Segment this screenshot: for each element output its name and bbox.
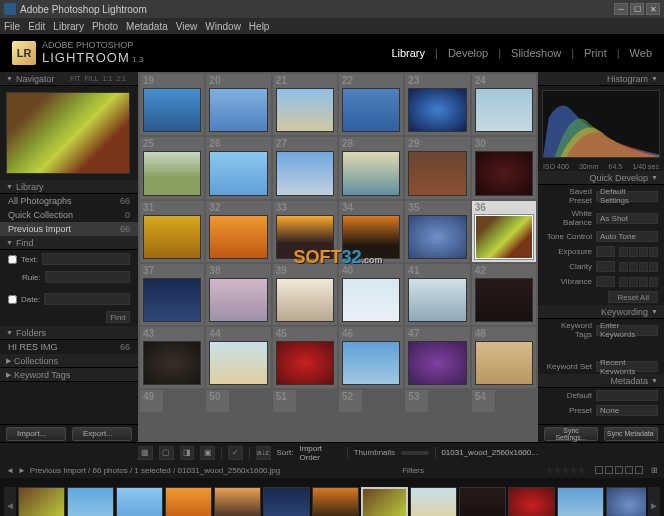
survey-view-icon[interactable]: ▣ bbox=[200, 446, 215, 460]
library-item[interactable]: Quick Collection0 bbox=[0, 208, 138, 222]
minimize-button[interactable]: ─ bbox=[614, 3, 628, 15]
grid-cell[interactable]: 42 bbox=[472, 264, 536, 325]
grid-cell[interactable]: 27 bbox=[273, 137, 337, 198]
module-develop[interactable]: Develop bbox=[448, 47, 488, 59]
grid-cell[interactable]: 43 bbox=[140, 327, 204, 388]
loupe-view-icon[interactable]: ▢ bbox=[159, 446, 174, 460]
keyword-set-select[interactable]: Recent Keywords bbox=[596, 361, 658, 372]
qd-white-balance[interactable]: As Shot bbox=[596, 213, 658, 224]
menu-photo[interactable]: Photo bbox=[92, 21, 118, 32]
qd-vibrance[interactable] bbox=[596, 276, 615, 287]
painter-icon[interactable]: ✓ bbox=[228, 446, 243, 460]
library-item[interactable]: Previous Import66 bbox=[0, 222, 138, 236]
filter-stars[interactable]: ☆☆☆☆☆ bbox=[546, 466, 585, 475]
filmstrip-thumb[interactable] bbox=[606, 487, 646, 516]
grid-cell[interactable]: 29 bbox=[405, 137, 469, 198]
grid-cell[interactable]: 31 bbox=[140, 201, 204, 262]
filmstrip-thumb[interactable] bbox=[116, 487, 163, 516]
nav-zoom-2:1[interactable]: 2:1 bbox=[116, 75, 126, 82]
grid-cell[interactable]: 45 bbox=[273, 327, 337, 388]
filmstrip-thumb[interactable] bbox=[508, 487, 555, 516]
grid-cell[interactable]: 52 bbox=[339, 390, 362, 412]
keyword-tags-input[interactable]: Enter Keywords bbox=[596, 325, 658, 336]
filmstrip[interactable]: ◄ ► bbox=[0, 478, 664, 516]
folders-header[interactable]: ▼Folders bbox=[0, 326, 138, 340]
qd-clarity[interactable] bbox=[596, 261, 615, 272]
metadata-default[interactable] bbox=[596, 390, 658, 401]
qd-tone-control[interactable]: Auto Tone bbox=[596, 231, 658, 242]
grid-cell[interactable]: 21 bbox=[273, 74, 337, 135]
grid-cell[interactable]: 20 bbox=[206, 74, 270, 135]
find-button[interactable]: Find bbox=[106, 311, 130, 323]
grid-cell[interactable]: 36 bbox=[472, 201, 536, 262]
close-button[interactable]: ✕ bbox=[646, 3, 660, 15]
quickdev-header[interactable]: Quick Develop▼ bbox=[538, 171, 664, 185]
keywordtags-header[interactable]: ▶Keyword Tags bbox=[0, 368, 138, 382]
metadata-header[interactable]: Metadata▼ bbox=[538, 374, 664, 388]
module-library[interactable]: Library bbox=[391, 47, 425, 59]
sync-metadata-button[interactable]: Sync Metadata bbox=[604, 427, 658, 441]
filmstrip-thumb[interactable] bbox=[312, 487, 359, 516]
grid-cell[interactable]: 41 bbox=[405, 264, 469, 325]
menu-view[interactable]: View bbox=[176, 21, 198, 32]
navigator-preview[interactable] bbox=[0, 86, 138, 180]
sync-settings-button[interactable]: Sync Settings... bbox=[544, 427, 598, 441]
library-header[interactable]: ▼Library bbox=[0, 180, 138, 194]
grid-view-icon[interactable]: ▦ bbox=[138, 446, 153, 460]
find-date-input[interactable] bbox=[44, 293, 130, 305]
filmstrip-thumb[interactable] bbox=[165, 487, 212, 516]
find-rule-select[interactable] bbox=[45, 271, 130, 283]
grid-cell[interactable]: 47 bbox=[405, 327, 469, 388]
qd-saved-preset[interactable]: Default Settings bbox=[596, 191, 658, 202]
filmstrip-thumb[interactable] bbox=[410, 487, 457, 516]
grid-cell[interactable]: 33 bbox=[273, 201, 337, 262]
sort-direction-icon[interactable]: a↓z bbox=[256, 446, 271, 460]
menu-library[interactable]: Library bbox=[53, 21, 84, 32]
nav-back-icon[interactable]: ◄ bbox=[6, 466, 14, 475]
grid-cell[interactable]: 49 bbox=[140, 390, 163, 412]
menu-help[interactable]: Help bbox=[249, 21, 270, 32]
navigator-header[interactable]: ▼NavigatorFITFILL1:12:1 bbox=[0, 72, 138, 86]
grid-cell[interactable]: 54 bbox=[472, 390, 495, 412]
thumbnail-size-slider[interactable] bbox=[401, 451, 428, 455]
grid-cell[interactable]: 35 bbox=[405, 201, 469, 262]
filmstrip-thumb[interactable] bbox=[18, 487, 65, 516]
folder-item[interactable]: HI RES IMG66 bbox=[0, 340, 138, 354]
find-text-checkbox[interactable] bbox=[8, 255, 17, 264]
filmstrip-prev-icon[interactable]: ◄ bbox=[4, 487, 16, 516]
grid-cell[interactable]: 34 bbox=[339, 201, 403, 262]
grid-cell[interactable]: 26 bbox=[206, 137, 270, 198]
histogram-header[interactable]: Histogram▼ bbox=[538, 72, 664, 86]
metadata-preset[interactable]: None bbox=[596, 405, 658, 416]
nav-fwd-icon[interactable]: ► bbox=[18, 466, 26, 475]
menu-file[interactable]: File bbox=[4, 21, 20, 32]
menu-metadata[interactable]: Metadata bbox=[126, 21, 168, 32]
grid-cell[interactable]: 53 bbox=[405, 390, 428, 412]
grid-cell[interactable]: 37 bbox=[140, 264, 204, 325]
nav-zoom-fit[interactable]: FIT bbox=[70, 75, 81, 82]
reset-all-button[interactable]: Reset All bbox=[608, 291, 658, 303]
grid-cell[interactable]: 23 bbox=[405, 74, 469, 135]
filter-lock-icon[interactable]: ⊞ bbox=[651, 466, 658, 475]
grid-cell[interactable]: 39 bbox=[273, 264, 337, 325]
maximize-button[interactable]: ☐ bbox=[630, 3, 644, 15]
grid-cell[interactable]: 22 bbox=[339, 74, 403, 135]
sort-select[interactable]: Import Order bbox=[299, 444, 340, 462]
module-print[interactable]: Print bbox=[584, 47, 607, 59]
grid-cell[interactable]: 50 bbox=[206, 390, 229, 412]
import-button[interactable]: Import... bbox=[6, 427, 66, 441]
grid-cell[interactable]: 30 bbox=[472, 137, 536, 198]
filmstrip-thumb[interactable] bbox=[361, 487, 408, 516]
module-web[interactable]: Web bbox=[630, 47, 652, 59]
grid-cell[interactable]: 19 bbox=[140, 74, 204, 135]
grid-cell[interactable]: 28 bbox=[339, 137, 403, 198]
filmstrip-next-icon[interactable]: ► bbox=[648, 487, 660, 516]
find-date-checkbox[interactable] bbox=[8, 295, 17, 304]
grid-cell[interactable]: 38 bbox=[206, 264, 270, 325]
filmstrip-thumb[interactable] bbox=[214, 487, 261, 516]
compare-view-icon[interactable]: ◨ bbox=[180, 446, 195, 460]
grid-view[interactable]: 1920212223242526272829303132333435363738… bbox=[138, 72, 538, 442]
keywording-header[interactable]: Keywording▼ bbox=[538, 305, 664, 319]
find-text-input[interactable] bbox=[42, 253, 130, 265]
filter-colors[interactable] bbox=[595, 466, 643, 474]
